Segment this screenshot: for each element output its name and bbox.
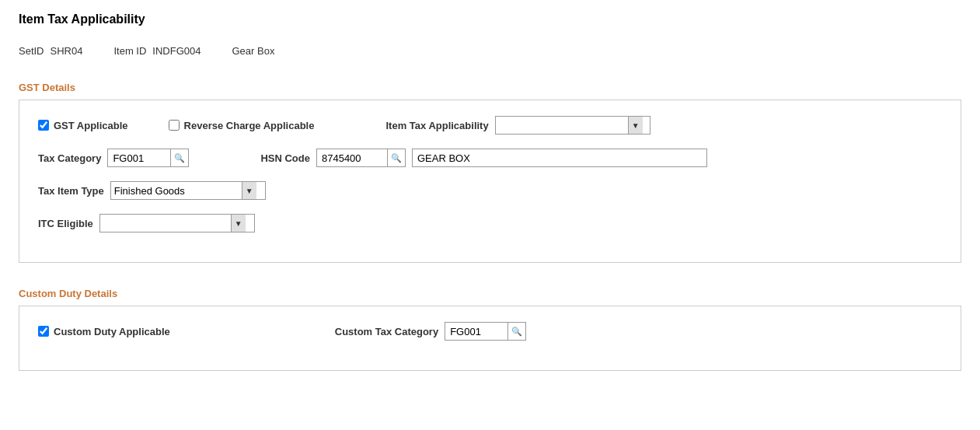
itemid-value: INDFG004 (152, 45, 201, 57)
reverse-charge-checkbox[interactable] (169, 120, 180, 131)
hsn-code-input-wrapper[interactable]: 🔍 (316, 149, 406, 167)
gst-applicable-checkbox[interactable] (38, 120, 49, 131)
custom-tax-category-search-icon: 🔍 (511, 327, 522, 337)
tax-category-input-wrapper[interactable]: 🔍 (107, 149, 189, 167)
item-tax-applicability-dropdown-icon[interactable]: ▼ (628, 117, 643, 134)
tax-category-label: Tax Category (38, 152, 101, 164)
tax-category-search-button[interactable]: 🔍 (170, 149, 188, 166)
setid-label: SetID (19, 45, 44, 57)
tax-item-type-select[interactable]: Finished Goods (111, 182, 242, 199)
custom-tax-category-label: Custom Tax Category (335, 326, 438, 337)
reverse-charge-label: Reverse Charge Applicable (184, 120, 315, 131)
custom-duty-applicable-label: Custom Duty Applicable (54, 326, 170, 337)
item-tax-applicability-select[interactable] (496, 117, 628, 134)
gst-row-3: Tax Item Type Finished Goods ▼ (38, 181, 942, 200)
gst-applicable-label: GST Applicable (54, 120, 128, 131)
item-tax-applicability-label: Item Tax Applicability (385, 120, 488, 131)
gst-row-1: GST Applicable Reverse Charge Applicable… (38, 116, 942, 135)
tax-category-search-icon: 🔍 (174, 153, 185, 163)
tax-item-type-select-wrapper[interactable]: Finished Goods ▼ (110, 181, 266, 200)
tax-item-type-dropdown-icon[interactable]: ▼ (242, 182, 256, 199)
gst-applicable-wrapper: GST Applicable (38, 120, 128, 131)
custom-tax-category-group: Custom Tax Category 🔍 (335, 322, 526, 341)
item-tax-applicability-select-wrapper[interactable]: ▼ (495, 116, 650, 135)
custom-duty-section-title: Custom Duty Details (19, 288, 961, 299)
custom-duty-applicable-wrapper: Custom Duty Applicable (38, 326, 170, 337)
custom-duty-section-box: Custom Duty Applicable Custom Tax Catego… (19, 306, 961, 371)
header-info: SetID SHR04 Item ID INDFG004 Gear Box (19, 45, 961, 57)
tax-category-input[interactable] (108, 149, 170, 166)
itc-eligible-select[interactable] (100, 215, 231, 232)
hsn-code-label: HSN Code (260, 152, 310, 164)
gst-section-title: GST Details (19, 82, 961, 93)
hsn-description-input[interactable] (412, 149, 707, 167)
itc-eligible-dropdown-icon[interactable]: ▼ (231, 215, 246, 232)
itc-eligible-select-wrapper[interactable]: ▼ (99, 214, 255, 232)
tax-item-type-group: Tax Item Type Finished Goods ▼ (38, 181, 266, 200)
item-name: Gear Box (232, 45, 274, 57)
custom-duty-applicable-checkbox[interactable] (38, 326, 49, 337)
reverse-charge-wrapper: Reverse Charge Applicable (169, 120, 315, 131)
gst-row-2: Tax Category 🔍 HSN Code 🔍 (38, 149, 942, 167)
custom-tax-category-input[interactable] (445, 323, 507, 340)
itemid-label: Item ID (113, 45, 146, 57)
custom-tax-category-input-wrapper[interactable]: 🔍 (445, 322, 526, 341)
gst-section-box: GST Applicable Reverse Charge Applicable… (19, 100, 961, 263)
tax-item-type-label: Tax Item Type (38, 185, 104, 197)
hsn-code-search-icon: 🔍 (391, 153, 402, 163)
custom-duty-row-1: Custom Duty Applicable Custom Tax Catego… (38, 322, 942, 341)
custom-tax-category-search-button[interactable]: 🔍 (507, 323, 525, 340)
itc-eligible-label: ITC Eligible (38, 218, 93, 229)
item-tax-applicability-group: Item Tax Applicability ▼ (385, 116, 650, 135)
hsn-code-search-button[interactable]: 🔍 (387, 149, 405, 166)
tax-category-group: Tax Category 🔍 (38, 149, 189, 167)
setid-value: SHR04 (51, 45, 83, 57)
gst-row-4: ITC Eligible ▼ (38, 214, 942, 232)
itc-eligible-group: ITC Eligible ▼ (38, 214, 255, 232)
hsn-code-group: HSN Code 🔍 (260, 149, 707, 167)
page-title: Item Tax Applicability (19, 12, 961, 26)
hsn-code-input[interactable] (317, 149, 387, 166)
